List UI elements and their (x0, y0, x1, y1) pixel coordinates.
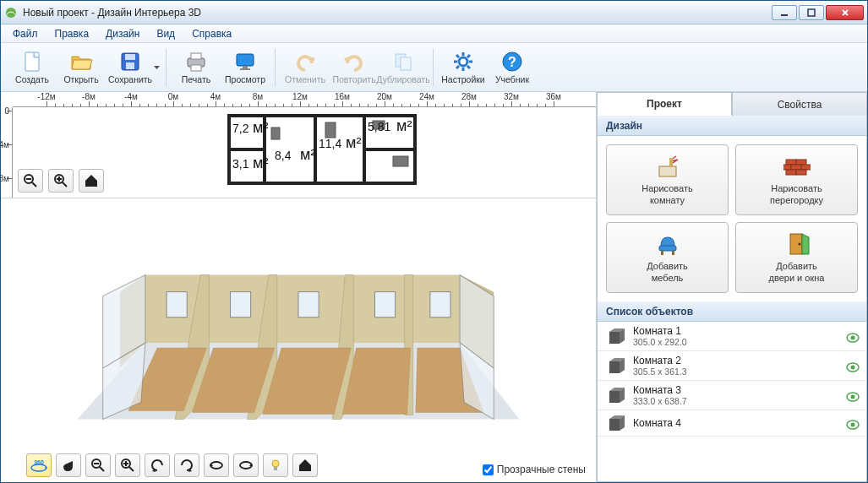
toolbar-settings[interactable]: Настройки (439, 46, 488, 90)
object-dimensions: 305.0 x 292.0 (633, 337, 839, 347)
side-panel: Проект Свойства Дизайн Нарисовать комнат… (597, 92, 867, 482)
titlebar: Новый проект - Дизайн Интерьера 3D (1, 1, 867, 24)
object-list-item[interactable]: Комната 2305.5 x 361.3 (598, 351, 866, 381)
object-list[interactable]: Комната 1305.0 x 292.0Комната 2305.5 x 3… (598, 322, 866, 481)
svg-text:11,4: 11,4 (319, 137, 341, 150)
svg-rect-82 (672, 251, 674, 255)
tab-properties[interactable]: Свойства (732, 92, 867, 116)
toolbar-preview[interactable]: Просмотр (221, 46, 270, 90)
home-button[interactable] (79, 169, 104, 193)
zoom-out-3d-button[interactable] (85, 453, 111, 477)
visibility-eye-icon[interactable] (846, 331, 860, 341)
add-furniture-button[interactable]: Добавить мебель (606, 222, 729, 293)
svg-text:м²: м² (300, 146, 315, 163)
menu-edit[interactable]: Правка (48, 26, 96, 41)
threeD-toolbar: 360 (26, 453, 318, 477)
svg-rect-14 (401, 57, 411, 70)
svg-rect-57 (374, 292, 395, 317)
tilt-right-button[interactable] (174, 453, 199, 477)
save-icon (118, 50, 142, 73)
svg-text:м²: м² (346, 134, 361, 151)
svg-rect-70 (274, 467, 277, 470)
menu-help[interactable]: Справка (185, 26, 238, 41)
ruler-h-label: -8м (82, 92, 96, 101)
add-doors-windows-button[interactable]: Добавить двери и окна (735, 222, 858, 293)
tab-project[interactable]: Проект (597, 92, 732, 116)
toolbar-open[interactable]: Открыть (57, 46, 106, 90)
rotate-ccw-button[interactable] (204, 453, 229, 477)
duplicate-icon (391, 50, 415, 73)
minimize-button[interactable] (772, 5, 797, 20)
toolbar-print[interactable]: Печать (172, 46, 221, 90)
visibility-eye-icon[interactable] (846, 361, 860, 371)
app-icon (4, 6, 18, 19)
svg-rect-9 (191, 65, 201, 71)
ruler-v-label: 4м (0, 140, 9, 149)
menubar: Файл Правка Дизайн Вид Справка (1, 24, 867, 43)
draw-room-button[interactable]: Нарисовать комнату (606, 144, 729, 215)
svg-rect-12 (240, 68, 250, 70)
svg-text:м²: м² (253, 155, 268, 171)
light-button[interactable] (263, 453, 288, 477)
object-list-item[interactable]: Комната 4 (598, 410, 866, 437)
maximize-button[interactable] (799, 5, 824, 20)
svg-rect-72 (669, 158, 673, 166)
ruler-h-label: -4м (124, 92, 138, 101)
menu-file[interactable]: Файл (6, 26, 45, 41)
svg-rect-3 (25, 52, 39, 71)
svg-point-105 (851, 423, 855, 427)
pan-button[interactable] (56, 453, 81, 477)
ruler-horizontal: -12м-8м-4м0м4м8м12м16м20м24м28м32м36м (13, 92, 596, 107)
visibility-eye-icon[interactable] (846, 390, 860, 400)
ruler-h-label: 8м (253, 92, 263, 101)
transparent-walls-checkbox[interactable] (483, 464, 494, 475)
threeD-view[interactable]: 360 Прозрачные стены (1, 198, 596, 482)
rotate-cw-button[interactable] (233, 453, 259, 477)
room-cube-icon (604, 386, 626, 404)
plan-view[interactable]: -12м-8м-4м0м4м8м12м16м20м24м28м32м36м 04… (1, 92, 596, 198)
save-dropdown[interactable] (153, 63, 161, 71)
svg-rect-10 (237, 54, 254, 66)
ruler-h-label: 36м (546, 92, 561, 101)
object-name: Комната 1 (633, 325, 839, 337)
close-button[interactable] (826, 5, 864, 20)
ruler-h-label: 20м (377, 92, 392, 101)
menu-design[interactable]: Дизайн (99, 26, 146, 41)
zoom-out-button[interactable] (18, 169, 43, 193)
printer-icon (184, 50, 208, 73)
transparent-walls-label: Прозрачные стены (497, 464, 586, 475)
toolbar-redo[interactable]: Повторить (330, 46, 379, 90)
draw-wall-button[interactable]: Нарисовать перегородку (735, 144, 858, 215)
svg-rect-54 (167, 292, 187, 317)
toolbar-undo[interactable]: Отменить (281, 46, 330, 90)
home-3d-button[interactable] (292, 453, 318, 477)
toolbar-tutorial[interactable]: ? Учебник (488, 46, 537, 90)
object-list-item[interactable]: Комната 3333.0 x 638.7 (598, 381, 866, 410)
svg-marker-102 (609, 419, 620, 431)
svg-marker-92 (609, 361, 620, 373)
object-dimensions: 333.0 x 638.7 (633, 396, 839, 406)
toolbar-save[interactable]: Сохранить (106, 46, 155, 90)
svg-text:7,2: 7,2 (232, 122, 249, 135)
svg-point-90 (851, 336, 855, 340)
floorplan-drawing: 7,2 м² 8,4 м² 11,4 м² 5,81 м² 3,1 м² (224, 111, 427, 195)
object-list-item[interactable]: Комната 1305.0 x 292.0 (598, 322, 866, 351)
object-dimensions: 305.5 x 361.3 (633, 366, 839, 377)
svg-point-0 (6, 8, 16, 18)
menu-view[interactable]: Вид (150, 26, 182, 41)
tilt-left-button[interactable] (145, 453, 170, 477)
zoom-in-3d-button[interactable] (115, 453, 140, 477)
toolbar-create[interactable]: Создать (8, 46, 57, 90)
svg-rect-78 (786, 170, 796, 175)
rotate360-button[interactable]: 360 (26, 453, 52, 477)
threeD-scene (1, 198, 596, 479)
chair-icon (654, 231, 681, 258)
window-title: Новый проект - Дизайн Интерьера 3D (23, 7, 772, 19)
transparent-walls-toggle[interactable]: Прозрачные стены (483, 464, 586, 475)
ruler-h-label: 32м (504, 92, 519, 101)
visibility-eye-icon[interactable] (846, 418, 860, 428)
toolbar-duplicate[interactable]: Дублировать (379, 46, 428, 90)
svg-text:360: 360 (34, 459, 44, 465)
zoom-in-button[interactable] (48, 169, 74, 193)
svg-point-85 (798, 243, 800, 246)
